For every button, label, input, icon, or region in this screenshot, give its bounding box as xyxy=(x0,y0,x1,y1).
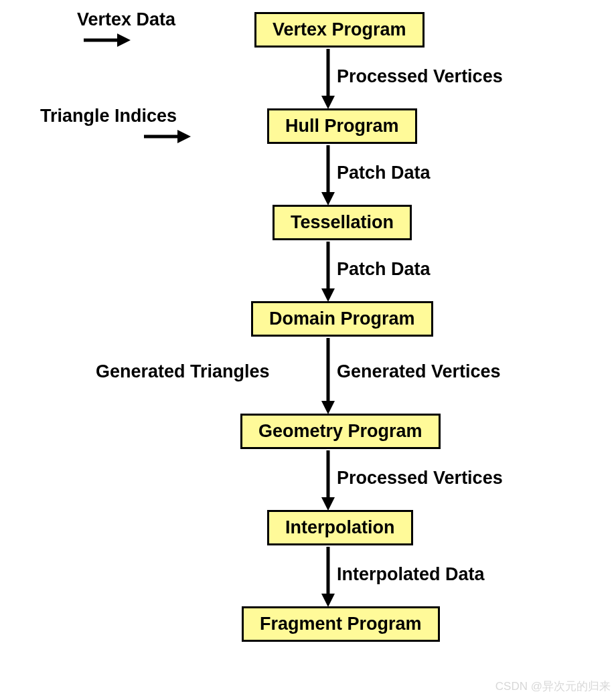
edge-label-processed-vertices-1: Processed Vertices xyxy=(337,66,503,87)
svg-marker-15 xyxy=(321,594,335,607)
arrow-vertex-to-hull-icon xyxy=(320,49,336,109)
stage-hull-program: Hull Program xyxy=(267,108,417,144)
arrow-interp-to-frag-icon xyxy=(320,547,336,607)
stage-fragment-program: Fragment Program xyxy=(242,606,440,642)
edge-label-processed-vertices-2: Processed Vertices xyxy=(337,468,503,489)
input-vertex-data-label: Vertex Data xyxy=(77,9,175,30)
input-triangle-indices-label: Triangle Indices xyxy=(40,106,177,126)
edge-label-generated-triangles: Generated Triangles xyxy=(96,361,270,382)
arrow-geom-to-interp-icon xyxy=(320,450,336,511)
stage-domain-program: Domain Program xyxy=(251,301,433,337)
arrow-tess-to-domain-icon xyxy=(320,242,336,302)
arrow-hull-to-tess-icon xyxy=(320,145,336,205)
edge-label-patch-data-2: Patch Data xyxy=(337,259,431,280)
stage-geometry-program: Geometry Program xyxy=(240,414,441,449)
svg-marker-13 xyxy=(321,497,335,511)
edge-label-interpolated-data: Interpolated Data xyxy=(337,564,485,585)
svg-marker-5 xyxy=(321,96,335,109)
watermark-text: CSDN @异次元的归来 xyxy=(495,679,611,694)
stage-vertex-program: Vertex Program xyxy=(254,12,425,48)
edge-label-patch-data-1: Patch Data xyxy=(337,163,431,183)
svg-marker-9 xyxy=(321,288,335,302)
svg-marker-1 xyxy=(117,33,131,47)
svg-marker-11 xyxy=(321,401,335,414)
stage-interpolation: Interpolation xyxy=(267,510,413,545)
svg-marker-7 xyxy=(321,192,335,205)
stage-tessellation: Tessellation xyxy=(273,205,412,240)
arrow-vertex-data-icon xyxy=(84,32,131,48)
edge-label-generated-vertices: Generated Vertices xyxy=(337,361,501,382)
arrow-domain-to-geom-icon xyxy=(320,338,336,414)
svg-marker-3 xyxy=(177,130,191,143)
arrow-triangle-indices-icon xyxy=(144,128,191,145)
